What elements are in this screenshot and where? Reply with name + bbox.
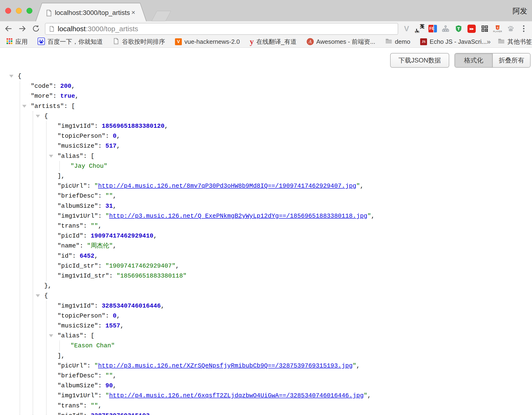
page-icon (45, 9, 52, 18)
json-line: "picId_str": "19097417462929407", (0, 261, 532, 271)
folder-icon (498, 38, 505, 46)
tab-strip: localhost:3000/top_artists × 阿发 (0, 0, 532, 21)
bookmark-label: 应用 (15, 38, 28, 46)
json-viewer: {"code": 200,"more": true,"artists": [{"… (0, 48, 532, 415)
apps-grid-icon (6, 38, 13, 45)
bookmark-label: vue-hackernews-2.0 (184, 38, 240, 45)
json-punct: , (150, 412, 153, 415)
json-key: "trans" (57, 402, 83, 409)
collapse-toggle-icon[interactable] (49, 155, 53, 158)
json-punct: : (83, 402, 91, 409)
json-line: "picUrl": "http://p4.music.126.net/8mv7q… (0, 181, 532, 191)
json-key: "picId" (57, 232, 83, 240)
json-number: 90 (105, 382, 113, 389)
json-key: "topicPerson" (57, 133, 105, 140)
json-url-link[interactable]: http://p3.music.126.net/XZrSQeNpsfjyRmib… (98, 362, 353, 369)
translate-icon[interactable]: 英en (413, 22, 426, 35)
collapse-all-button[interactable]: 折叠所有 (492, 53, 530, 67)
browser-window: localhost:3000/top_artists × 阿发 localhos… (0, 0, 532, 415)
json-url-link[interactable]: http://p4.music.126.net/8mv7qP30Pd3oHW8b… (98, 183, 356, 190)
json-punct: : (87, 183, 94, 190)
paw-icon[interactable] (504, 22, 517, 35)
json-punct: , (98, 402, 102, 409)
bookmark-item[interactable]: y在线翻译_有道 (250, 38, 296, 46)
bookmark-item[interactable]: 百度一下，你就知道 (38, 38, 103, 46)
bookmark-item[interactable]: JSEcho JS - JavaScri... (420, 38, 487, 45)
reload-button[interactable] (31, 24, 41, 33)
html5-player-icon[interactable]: 5PLAYER (491, 22, 504, 35)
bookmark-item[interactable]: AAwesomes - 前端资... (307, 38, 375, 46)
download-json-button[interactable]: 下载JSON数据 (390, 53, 449, 68)
browser-tab[interactable]: localhost:3000/top_artists × (36, 3, 147, 21)
json-punct: : (98, 212, 105, 220)
baidu-paw-icon (38, 38, 45, 46)
json-line: "briefDesc": "", (0, 371, 532, 381)
json-number: 3287539769315193 (91, 412, 150, 415)
collapse-toggle-icon[interactable] (9, 75, 13, 77)
json-punct: : (98, 392, 105, 399)
qrcode-icon[interactable] (478, 22, 491, 35)
address-bar[interactable]: localhost:3000/top_artists (45, 23, 398, 35)
bookmark-item[interactable]: 应用 (6, 38, 28, 46)
menu-dots-icon[interactable] (517, 22, 530, 35)
shield-icon[interactable] (452, 22, 465, 35)
bookmark-item[interactable]: demo (385, 38, 410, 46)
json-punct: : [ (83, 153, 94, 160)
zoom-window-button[interactable] (27, 8, 32, 14)
collapse-toggle-icon[interactable] (49, 334, 53, 337)
json-number: 18569651883380120 (102, 123, 164, 130)
collapse-toggle-icon[interactable] (22, 105, 27, 108)
json-punct: , (120, 322, 124, 329)
json-key: "alias" (57, 153, 83, 160)
json-punct: : (53, 93, 60, 100)
vue-devtools-icon[interactable]: V (400, 22, 413, 35)
other-bookmarks-folder[interactable]: 其他书签 (498, 38, 532, 46)
forward-button[interactable] (18, 24, 27, 33)
profile-name[interactable]: 阿发 (513, 6, 527, 16)
json-punct: : (98, 382, 105, 389)
bookmark-label: demo (395, 38, 410, 45)
tab-close-icon[interactable]: × (132, 9, 135, 16)
bookmarks-overflow-icon[interactable]: » (487, 38, 491, 46)
fast-forward-icon[interactable]: ▶▶ (465, 22, 478, 35)
collapse-toggle-icon[interactable] (36, 115, 40, 118)
json-string-quote: " (105, 392, 109, 399)
json-line: "trans": "", (0, 221, 532, 231)
format-button[interactable]: 格式化 (455, 53, 492, 67)
sitemap-icon[interactable] (439, 22, 452, 35)
json-line: "img1v1Url": "http://p3.music.126.net/Q_… (0, 211, 532, 221)
indent-guide (33, 111, 33, 415)
json-punct: , (360, 183, 364, 190)
json-punct: : (105, 312, 113, 319)
json-string-quote: " (367, 212, 371, 220)
minimize-window-button[interactable] (16, 8, 22, 14)
json-punct: : (98, 262, 105, 270)
browser-toolbar: localhost:3000/top_artists V英enFE▶▶5PLAY… (0, 21, 532, 36)
json-string-quote: " (352, 362, 356, 369)
json-punct: , (113, 192, 117, 199)
vue-v-icon: V (175, 38, 182, 45)
json-url-link[interactable]: http://p3.music.126.net/Q_ExePNkmgB2yWyL… (109, 212, 367, 220)
json-punct: : (53, 83, 60, 90)
json-line: "code": 200, (0, 81, 532, 91)
new-tab-button[interactable] (151, 11, 171, 21)
json-punct: : (98, 192, 105, 199)
collapse-toggle-icon[interactable] (36, 294, 40, 297)
json-string-quote: " (356, 183, 360, 190)
json-string: "" (105, 372, 113, 379)
json-punct: , (117, 133, 120, 140)
bookmark-item[interactable]: Vvue-hackernews-2.0 (175, 38, 240, 45)
json-line: "trans": "", (0, 401, 532, 411)
back-button[interactable] (4, 24, 13, 33)
json-number: 3285340746016446 (102, 302, 161, 309)
json-url-link[interactable]: http://p4.music.126.net/6xqsfT2ZLjdqzbwO… (109, 392, 364, 399)
bookmark-item[interactable]: 谷歌按时间排序 (113, 38, 165, 46)
json-string: "" (105, 192, 113, 199)
fehelper-icon[interactable]: FE (426, 22, 439, 35)
json-line: { (0, 111, 532, 121)
json-line: "img1v1Id_str": "18569651883380118" (0, 271, 532, 281)
json-line: "topicPerson": 0, (0, 311, 532, 321)
close-window-button[interactable] (5, 8, 11, 14)
json-key: "picUrl" (57, 183, 87, 190)
json-string-quote: " (105, 212, 109, 220)
